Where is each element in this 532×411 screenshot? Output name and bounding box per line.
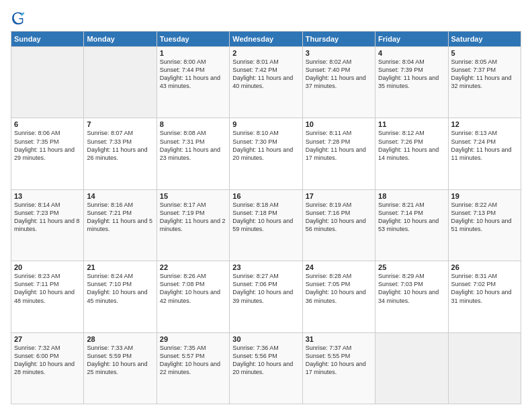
day-number: 1 <box>160 49 226 57</box>
day-cell: 29Sunrise: 7:35 AMSunset: 5:57 PMDayligh… <box>157 332 229 404</box>
day-number: 21 <box>87 263 153 271</box>
day-cell: 6Sunrise: 8:06 AMSunset: 7:35 PMDaylight… <box>11 118 84 189</box>
day-number: 28 <box>87 335 153 343</box>
day-info: Sunrise: 8:07 AMSunset: 7:33 PMDaylight:… <box>87 129 153 162</box>
day-cell <box>11 47 84 118</box>
day-info: Sunrise: 7:36 AMSunset: 5:56 PMDaylight:… <box>232 344 299 377</box>
day-cell: 22Sunrise: 8:26 AMSunset: 7:08 PMDayligh… <box>157 261 229 332</box>
day-number: 12 <box>451 120 518 128</box>
day-cell: 8Sunrise: 8:08 AMSunset: 7:31 PMDaylight… <box>157 118 229 189</box>
day-info: Sunrise: 7:37 AMSunset: 5:55 PMDaylight:… <box>306 344 372 377</box>
day-cell: 3Sunrise: 8:02 AMSunset: 7:40 PMDaylight… <box>302 47 375 118</box>
day-cell: 21Sunrise: 8:24 AMSunset: 7:10 PMDayligh… <box>84 261 157 332</box>
day-info: Sunrise: 8:24 AMSunset: 7:10 PMDaylight:… <box>87 272 153 305</box>
day-cell: 23Sunrise: 8:27 AMSunset: 7:06 PMDayligh… <box>230 261 302 332</box>
day-cell: 19Sunrise: 8:22 AMSunset: 7:13 PMDayligh… <box>448 189 521 261</box>
day-cell: 11Sunrise: 8:12 AMSunset: 7:26 PMDayligh… <box>375 118 448 189</box>
day-number: 31 <box>306 335 372 343</box>
day-number: 22 <box>160 263 226 271</box>
day-cell: 28Sunrise: 7:33 AMSunset: 5:59 PMDayligh… <box>84 332 157 404</box>
day-cell: 2Sunrise: 8:01 AMSunset: 7:42 PMDaylight… <box>230 47 302 118</box>
week-row-1: 1Sunrise: 8:00 AMSunset: 7:44 PMDaylight… <box>11 47 521 118</box>
day-number: 11 <box>378 120 445 128</box>
day-cell: 1Sunrise: 8:00 AMSunset: 7:44 PMDaylight… <box>157 47 229 118</box>
day-info: Sunrise: 8:01 AMSunset: 7:42 PMDaylight:… <box>232 58 299 91</box>
day-info: Sunrise: 8:11 AMSunset: 7:28 PMDaylight:… <box>306 129 372 162</box>
logo <box>11 11 28 26</box>
day-info: Sunrise: 7:32 AMSunset: 6:00 PMDaylight:… <box>14 344 81 377</box>
day-info: Sunrise: 8:27 AMSunset: 7:06 PMDaylight:… <box>232 272 299 305</box>
day-info: Sunrise: 8:29 AMSunset: 7:03 PMDaylight:… <box>378 272 445 305</box>
day-info: Sunrise: 8:23 AMSunset: 7:11 PMDaylight:… <box>14 272 81 305</box>
day-number: 10 <box>306 120 372 128</box>
page: SundayMondayTuesdayWednesdayThursdayFrid… <box>0 0 532 411</box>
day-info: Sunrise: 8:13 AMSunset: 7:24 PMDaylight:… <box>451 129 518 162</box>
weekday-header-sunday: Sunday <box>11 32 84 47</box>
day-info: Sunrise: 8:14 AMSunset: 7:23 PMDaylight:… <box>14 201 81 234</box>
calendar-table: SundayMondayTuesdayWednesdayThursdayFrid… <box>11 31 521 404</box>
day-info: Sunrise: 8:02 AMSunset: 7:40 PMDaylight:… <box>306 58 372 91</box>
day-cell: 9Sunrise: 8:10 AMSunset: 7:30 PMDaylight… <box>230 118 302 189</box>
day-number: 24 <box>306 263 372 271</box>
day-cell: 25Sunrise: 8:29 AMSunset: 7:03 PMDayligh… <box>375 261 448 332</box>
day-info: Sunrise: 8:16 AMSunset: 7:21 PMDaylight:… <box>87 201 153 234</box>
day-info: Sunrise: 8:04 AMSunset: 7:39 PMDaylight:… <box>378 58 445 91</box>
weekday-header-monday: Monday <box>84 32 157 47</box>
day-number: 4 <box>378 49 445 57</box>
day-info: Sunrise: 8:22 AMSunset: 7:13 PMDaylight:… <box>451 201 518 234</box>
day-cell: 16Sunrise: 8:18 AMSunset: 7:18 PMDayligh… <box>230 189 302 261</box>
day-info: Sunrise: 7:33 AMSunset: 5:59 PMDaylight:… <box>87 344 153 377</box>
day-info: Sunrise: 7:35 AMSunset: 5:57 PMDaylight:… <box>160 344 226 377</box>
day-cell: 10Sunrise: 8:11 AMSunset: 7:28 PMDayligh… <box>302 118 375 189</box>
day-number: 7 <box>87 120 153 128</box>
day-number: 17 <box>306 192 372 200</box>
day-number: 14 <box>87 192 153 200</box>
day-info: Sunrise: 8:05 AMSunset: 7:37 PMDaylight:… <box>451 58 518 91</box>
day-cell: 26Sunrise: 8:31 AMSunset: 7:02 PMDayligh… <box>448 261 521 332</box>
day-number: 6 <box>14 120 81 128</box>
day-info: Sunrise: 8:26 AMSunset: 7:08 PMDaylight:… <box>160 272 226 305</box>
day-info: Sunrise: 8:12 AMSunset: 7:26 PMDaylight:… <box>378 129 445 162</box>
day-cell: 30Sunrise: 7:36 AMSunset: 5:56 PMDayligh… <box>230 332 302 404</box>
weekday-header-friday: Friday <box>375 32 448 47</box>
day-number: 30 <box>232 335 299 343</box>
day-info: Sunrise: 8:17 AMSunset: 7:19 PMDaylight:… <box>160 201 226 234</box>
day-cell: 7Sunrise: 8:07 AMSunset: 7:33 PMDaylight… <box>84 118 157 189</box>
day-number: 26 <box>451 263 518 271</box>
day-info: Sunrise: 8:21 AMSunset: 7:14 PMDaylight:… <box>378 201 445 234</box>
day-cell: 13Sunrise: 8:14 AMSunset: 7:23 PMDayligh… <box>11 189 84 261</box>
weekday-header-thursday: Thursday <box>302 32 375 47</box>
day-number: 19 <box>451 192 518 200</box>
week-row-3: 13Sunrise: 8:14 AMSunset: 7:23 PMDayligh… <box>11 189 521 261</box>
day-cell: 17Sunrise: 8:19 AMSunset: 7:16 PMDayligh… <box>302 189 375 261</box>
day-number: 8 <box>160 120 226 128</box>
day-cell: 5Sunrise: 8:05 AMSunset: 7:37 PMDaylight… <box>448 47 521 118</box>
day-info: Sunrise: 8:00 AMSunset: 7:44 PMDaylight:… <box>160 58 226 91</box>
weekday-header-row: SundayMondayTuesdayWednesdayThursdayFrid… <box>11 32 521 47</box>
weekday-header-wednesday: Wednesday <box>230 32 302 47</box>
weekday-header-tuesday: Tuesday <box>157 32 229 47</box>
day-number: 16 <box>232 192 299 200</box>
day-info: Sunrise: 8:18 AMSunset: 7:18 PMDaylight:… <box>232 201 299 234</box>
week-row-4: 20Sunrise: 8:23 AMSunset: 7:11 PMDayligh… <box>11 261 521 332</box>
week-row-5: 27Sunrise: 7:32 AMSunset: 6:00 PMDayligh… <box>11 332 521 404</box>
day-cell: 20Sunrise: 8:23 AMSunset: 7:11 PMDayligh… <box>11 261 84 332</box>
day-cell: 4Sunrise: 8:04 AMSunset: 7:39 PMDaylight… <box>375 47 448 118</box>
day-info: Sunrise: 8:19 AMSunset: 7:16 PMDaylight:… <box>306 201 372 234</box>
day-number: 13 <box>14 192 81 200</box>
day-info: Sunrise: 8:08 AMSunset: 7:31 PMDaylight:… <box>160 129 226 162</box>
day-number: 27 <box>14 335 81 343</box>
day-info: Sunrise: 8:28 AMSunset: 7:05 PMDaylight:… <box>306 272 372 305</box>
header <box>11 11 521 26</box>
day-number: 23 <box>232 263 299 271</box>
day-info: Sunrise: 8:10 AMSunset: 7:30 PMDaylight:… <box>232 129 299 162</box>
day-number: 18 <box>378 192 445 200</box>
day-cell: 15Sunrise: 8:17 AMSunset: 7:19 PMDayligh… <box>157 189 229 261</box>
day-cell: 18Sunrise: 8:21 AMSunset: 7:14 PMDayligh… <box>375 189 448 261</box>
day-cell: 24Sunrise: 8:28 AMSunset: 7:05 PMDayligh… <box>302 261 375 332</box>
day-number: 20 <box>14 263 81 271</box>
day-info: Sunrise: 8:31 AMSunset: 7:02 PMDaylight:… <box>451 272 518 305</box>
day-number: 25 <box>378 263 445 271</box>
day-number: 15 <box>160 192 226 200</box>
day-number: 5 <box>451 49 518 57</box>
